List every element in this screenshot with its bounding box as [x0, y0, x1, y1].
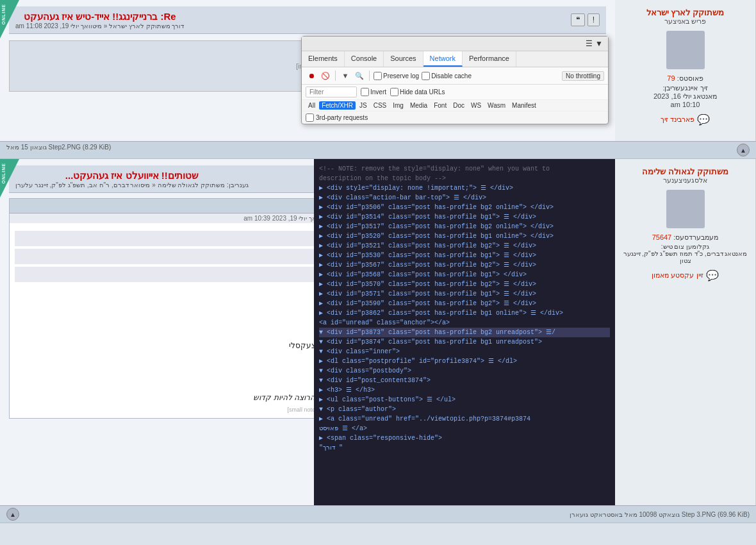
- source-line: ▶ <div id="p3862" class="post has-profil…: [319, 308, 610, 318]
- online-label-2: ONLINE: [1, 163, 6, 183]
- source-line: ▶ <div id="p3590" class="post has-profil…: [319, 299, 610, 308]
- devtools-record-btn[interactable]: ⏺: [306, 70, 317, 81]
- devtools-disable-cache-label[interactable]: Disable cache: [422, 72, 472, 80]
- type-tab-js[interactable]: JS: [357, 101, 370, 110]
- type-tab-fetch[interactable]: Fetch/XHR: [319, 101, 356, 110]
- devtools-toolbar: ⏺ 🚫 ▼ 🔍 Preserve log Disable cache No th…: [302, 67, 608, 85]
- devtools-search-btn[interactable]: 🔍: [354, 70, 365, 81]
- post1-post-count: פאוסטס: 79: [621, 74, 749, 83]
- type-tab-manifest[interactable]: Manifest: [509, 101, 539, 110]
- post1-meta: דורך משתוקק לארץ ישראל « מיטוואך יולי 19…: [15, 22, 184, 29]
- type-tab-font[interactable]: Font: [431, 101, 449, 110]
- source-line: ▶ <a class="unread" href="../viewtopic.p…: [319, 414, 610, 424]
- type-tab-css[interactable]: CSS: [371, 101, 390, 110]
- post2-title: שטותים!! אייוועלט איז געהעקט...: [15, 170, 249, 181]
- post1-quote-btn[interactable]: ❝: [571, 13, 585, 26]
- source-line: ▼ <div id="post_content3874">: [319, 376, 610, 385]
- devtools-preserve-log-label[interactable]: Preserve log: [374, 72, 419, 80]
- devtools-filter-row: Invert Hide data URLs: [302, 85, 608, 100]
- tab-console[interactable]: Console: [345, 51, 384, 67]
- source-line: ▶ <span class="responsive-hide">: [319, 433, 610, 443]
- devtools-sep-2: [369, 71, 370, 81]
- post1-content: ❝ ! Re: ברנייקינגג!! אייד-טיש איז געהעקט…: [0, 0, 615, 158]
- post2-reply-icon[interactable]: 💬: [706, 269, 719, 281]
- devtools-filter-btn[interactable]: ▼: [340, 70, 351, 81]
- source-line: "דורך ": [319, 443, 610, 453]
- source-line: ▶ <div id="p3517" class="post has-profil…: [319, 222, 610, 231]
- post1-reply-link[interactable]: פארבינד זיך: [661, 115, 694, 124]
- post2-author-title: אלסגעניצענער: [621, 176, 749, 185]
- post2-bottom-bar: Step 3.PNG (69.96 KiB) גוצאקט 10098 מאל …: [0, 505, 756, 523]
- post1-title: Re: ברנייקינגג!! אייד-טיש איז געהעקט: [15, 11, 184, 22]
- post1-report-btn[interactable]: !: [588, 13, 600, 26]
- source-line: ▶ <div id="p3568" class="post has-profil…: [319, 270, 610, 280]
- post2-author[interactable]: משתוקק לגאולה שלימה: [621, 167, 749, 176]
- tab-network[interactable]: Network: [423, 51, 463, 67]
- devtools-invert-checkbox[interactable]: [361, 88, 369, 96]
- devtools-third-party-row: 3rd-party requests: [302, 112, 608, 124]
- source-line: ▶ <div id="p3571" class="post has-profil…: [319, 289, 610, 299]
- post1-joined: זיך איינגעשריבן: מאנטאג יולי 16, 2023 10…: [621, 84, 749, 108]
- type-tab-wasm[interactable]: Wasm: [485, 101, 508, 110]
- post2-meta: גענריבן: משתוקק לגאולה שלימה « מיסואר דב…: [15, 181, 249, 189]
- tab-performance[interactable]: Performance: [463, 51, 516, 67]
- source-line: ▶ <div style="display: none !important;"…: [319, 183, 610, 193]
- source-line: ▶ <div class="action-bar bar-top"> ☰ </d…: [319, 193, 610, 203]
- source-line: ▶ <div id="p3570" class="post has-profil…: [319, 280, 610, 289]
- source-viewer: <!-- NOTE: remove the style="display: no…: [314, 159, 615, 505]
- devtools-invert-label[interactable]: Invert: [361, 88, 386, 96]
- post2-sidebar: משתוקק לגאולה שלימה אלסגעניצענער מעמבערד…: [615, 159, 756, 505]
- devtools-sep-1: [335, 71, 336, 81]
- source-line: ▶ <div id="p3514" class="post has-profil…: [319, 212, 610, 222]
- post1-sidebar: משתוקק לארץ ישראל פריש באניצער פאוסטס: 7…: [615, 0, 756, 158]
- post2-scroll-up[interactable]: ▲: [6, 508, 19, 521]
- source-line: ▼ <div id="p3873" class="post has-profil…: [319, 328, 610, 337]
- source-line: <a id="unread" class="anchor"></a>: [319, 318, 610, 328]
- source-line: ▶ <div id="p3530" class="post has-profil…: [319, 251, 610, 260]
- post2-avatar: [666, 190, 705, 228]
- online-label-1: ONLINE: [1, 4, 6, 24]
- post1-reply-icon[interactable]: 💬: [697, 113, 710, 126]
- post2-reply-link[interactable]: זיין עקסטע מאמון: [652, 271, 703, 280]
- post1-scroll-up[interactable]: ▲: [737, 144, 750, 156]
- devtools-tabs: Elements Console Sources Network Perform…: [302, 51, 608, 67]
- source-line: ▶ <h3> ☰ </h3>: [319, 385, 610, 395]
- source-line: ▶ <ul class="post-buttons"> ☰ </ul>: [319, 395, 610, 405]
- devtools-disable-cache-checkbox[interactable]: [422, 72, 430, 80]
- source-line: ▶ <div id="p3567" class="post has-profil…: [319, 260, 610, 270]
- devtools-panel: ▼ ☰ Elements Console Sources Network Per…: [301, 36, 609, 124]
- source-line: ▶ <dl class="postprofile" id="profile387…: [319, 356, 610, 366]
- post1-author[interactable]: משתוקק לארץ ישראל: [621, 8, 749, 17]
- type-tab-ws[interactable]: WS: [468, 101, 484, 110]
- devtools-throttling-select[interactable]: No throttling: [562, 71, 604, 81]
- post2-post-count: מעמבערדסעס: 75647: [621, 233, 749, 242]
- source-line: ▶ <div id="p3506" class="post has-profil…: [319, 203, 610, 212]
- type-tab-all[interactable]: All: [306, 101, 318, 110]
- post1-actions: ❝ !: [571, 13, 600, 26]
- type-tab-doc[interactable]: Doc: [450, 101, 467, 110]
- tab-elements[interactable]: Elements: [302, 51, 345, 67]
- devtools-settings-btn[interactable]: ☰: [586, 39, 593, 48]
- source-line: ▼ <div class="postbody">: [319, 366, 610, 376]
- tab-sources[interactable]: Sources: [384, 51, 423, 67]
- devtools-hide-data-checkbox[interactable]: [390, 88, 399, 96]
- devtools-type-tabs: All Fetch/XHR JS CSS Img Media Font Doc …: [302, 100, 608, 112]
- devtools-collapse-btn[interactable]: ▼: [595, 39, 603, 48]
- type-tab-media[interactable]: Media: [407, 101, 430, 110]
- devtools-stop-btn[interactable]: 🚫: [320, 70, 331, 81]
- source-line: פאויסט ☰ </a>: [319, 424, 610, 433]
- post1-author-title: פריש באניצער: [621, 17, 749, 26]
- source-line: <!-- NOTE: remove the style="display: no…: [319, 164, 610, 174]
- devtools-third-party-checkbox[interactable]: [306, 113, 314, 122]
- source-line: ▶ <div id="p3521" class="post has-profil…: [319, 241, 610, 251]
- post1-bottom-bar: Step2.PNG (8.29 KiB) גוצאון 15 מאל ▲: [0, 141, 756, 158]
- post1-avatar: [666, 31, 705, 69]
- source-line: description on the topic body -->: [319, 174, 610, 183]
- devtools-preserve-log-checkbox[interactable]: [374, 72, 382, 80]
- devtools-filter-input[interactable]: [306, 87, 357, 97]
- type-tab-img[interactable]: Img: [390, 101, 406, 110]
- post2-joined: גקלומען צום טיש: מאנטאג דברים, כ"ד תמוז …: [621, 243, 749, 264]
- post2-content: ❝ ! שטותים!! אייוועלט איז געהעקט... גענר…: [0, 159, 615, 505]
- devtools-hide-data-label[interactable]: Hide data URLs: [390, 88, 445, 96]
- source-line: ▼ <p class="author">: [319, 405, 610, 414]
